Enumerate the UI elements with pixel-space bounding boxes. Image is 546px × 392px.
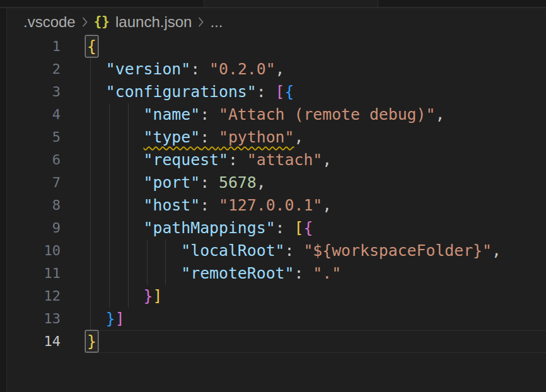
code-token: [87, 173, 144, 192]
bracket-match-box: }: [86, 331, 98, 352]
code-token: [87, 83, 106, 101]
line-number[interactable]: 2: [7, 58, 61, 81]
code-line-text: "pathMappings": [{: [87, 217, 313, 239]
code-token: ]: [115, 309, 125, 328]
line-number[interactable]: 1: [7, 35, 61, 58]
code-token: :: [257, 83, 276, 101]
code-token: [87, 196, 144, 214]
code-token: [87, 151, 144, 169]
line-number[interactable]: 13: [7, 308, 61, 330]
code-line-text: }]: [87, 285, 162, 308]
code-line[interactable]: 8 "host": "127.0.0.1",: [7, 194, 546, 217]
line-number[interactable]: 3: [7, 81, 61, 103]
code-token: [87, 287, 144, 305]
code-line[interactable]: 7 "port": 5678,: [7, 171, 546, 194]
code-token: ,: [322, 151, 332, 169]
code-token: ,: [257, 173, 266, 192]
code-line-text: "type": "python",: [87, 126, 303, 149]
code-token: "request": [144, 151, 228, 169]
code-line-text: }: [87, 330, 99, 353]
code-token: "attach": [247, 151, 322, 169]
line-number[interactable]: 4: [7, 103, 61, 126]
code-token: [: [276, 83, 285, 101]
code-token: "remoteRoot": [181, 264, 294, 282]
code-token: "version": [106, 60, 190, 78]
code-line-text: "name": "Attach (remote debug)",: [87, 103, 444, 126]
code-token: }: [106, 309, 115, 328]
line-number[interactable]: 8: [7, 194, 61, 217]
code-line-text: "configurations": [{: [87, 81, 294, 103]
code-token: :: [228, 151, 247, 169]
code-token: :: [294, 264, 313, 282]
code-line[interactable]: 4 "name": "Attach (remote debug)",: [7, 103, 546, 126]
code-token: ".": [313, 264, 341, 282]
code-token: "localRoot": [181, 241, 284, 260]
code-token: "Attach (remote debug)": [219, 105, 435, 124]
code-token: :: [200, 173, 219, 192]
code-token: :: [276, 219, 294, 237]
line-number[interactable]: 12: [7, 285, 61, 308]
code-token: :: [190, 60, 209, 78]
chevron-right-icon: [197, 16, 204, 28]
line-number[interactable]: 7: [7, 171, 61, 194]
code-line[interactable]: 13 }]: [7, 308, 546, 330]
code-token: ,: [276, 60, 285, 78]
code-token: ,: [322, 196, 332, 214]
code-token: [87, 128, 144, 146]
code-line-text: "host": "127.0.0.1",: [87, 194, 332, 217]
tab-bar: [0, 0, 546, 8]
line-number[interactable]: 14: [7, 330, 61, 353]
code-line[interactable]: 5 "type": "python",: [7, 126, 546, 149]
code-line[interactable]: 14}: [7, 330, 546, 353]
breadcrumb-item-file[interactable]: launch.json: [115, 13, 192, 31]
line-number[interactable]: 9: [7, 217, 61, 239]
code-token: "${workspaceFolder}": [303, 241, 492, 260]
code-token: {: [303, 219, 313, 237]
code-token: [87, 264, 181, 282]
code-line-text: "localRoot": "${workspaceFolder}",: [87, 239, 501, 262]
code-token: "type": [144, 128, 200, 146]
code-token: [87, 219, 144, 237]
editor-left-border: [0, 8, 7, 392]
code-token: [87, 105, 144, 124]
code-line[interactable]: 6 "request": "attach",: [7, 149, 546, 171]
code-token: "pathMappings": [144, 219, 276, 237]
vscode-editor-window: .vscode {} launch.json ... 1{2 "version"…: [0, 0, 546, 392]
code-line[interactable]: 2 "version": "0.2.0",: [7, 58, 546, 81]
code-line-text: "version": "0.2.0",: [87, 58, 285, 81]
code-line[interactable]: 10 "localRoot": "${workspaceFolder}",: [7, 239, 546, 262]
code-token: {: [285, 83, 294, 101]
code-token: "0.2.0": [209, 60, 276, 78]
code-token: :: [200, 105, 219, 124]
code-line[interactable]: 1{: [7, 35, 546, 58]
code-line[interactable]: 11 "remoteRoot": ".": [7, 262, 546, 285]
json-brackets-icon: {}: [94, 14, 110, 29]
code-line[interactable]: 12 }]: [7, 285, 546, 308]
code-line[interactable]: 9 "pathMappings": [{: [7, 217, 546, 239]
breadcrumb-item-folder[interactable]: .vscode: [23, 13, 76, 31]
code-line[interactable]: 3 "configurations": [{: [7, 81, 546, 103]
code-token: ,: [294, 128, 303, 146]
code-token: "configurations": [106, 83, 257, 101]
code-token: [87, 309, 106, 328]
code-token: ,: [435, 105, 444, 124]
code-line-text: "request": "attach",: [87, 149, 332, 171]
warning-squiggle: "type": "python": [144, 128, 294, 146]
code-token: :: [285, 241, 304, 260]
code-line-text: "port": 5678,: [87, 171, 266, 194]
code-line-text: }]: [87, 308, 125, 330]
line-number[interactable]: 10: [7, 239, 61, 262]
active-tab-segment[interactable]: [204, 0, 378, 7]
line-number[interactable]: 6: [7, 149, 61, 171]
code-token: "python": [219, 128, 294, 146]
line-number[interactable]: 11: [7, 262, 61, 285]
code-token: [87, 241, 181, 260]
chevron-right-icon: [81, 16, 88, 28]
code-token: ,: [492, 241, 501, 260]
code-token: ]: [153, 287, 163, 305]
code-token: [: [294, 219, 303, 237]
line-number[interactable]: 5: [7, 126, 61, 149]
code-token: "port": [144, 173, 200, 192]
code-token: "127.0.0.1": [219, 196, 322, 214]
breadcrumb-item-symbol[interactable]: ...: [210, 13, 223, 31]
